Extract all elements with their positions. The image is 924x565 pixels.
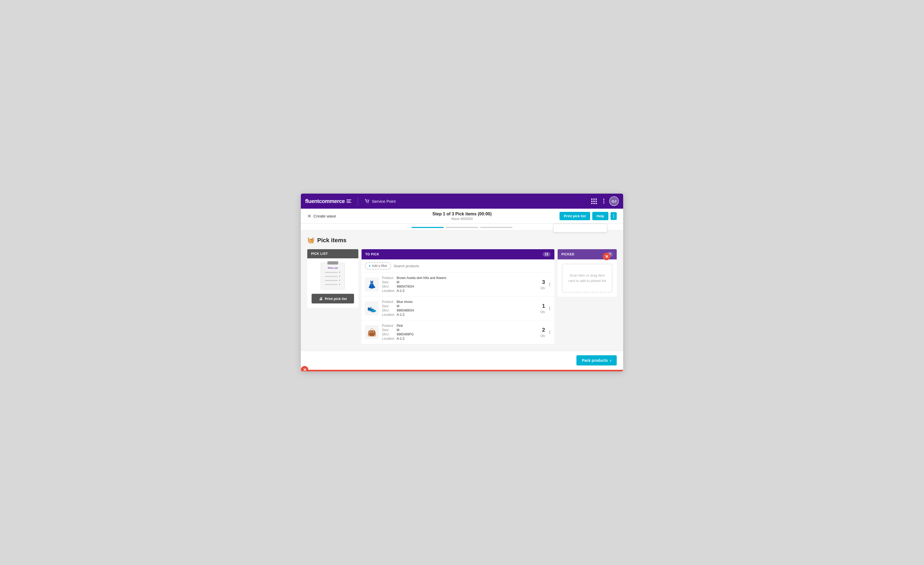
pick-list-panel: Pick List Pick List ✓ ✓ [307,249,358,308]
more-options-button[interactable] [602,197,606,205]
avatar[interactable]: GJ [609,196,619,206]
product-row: 👟 Product: Blue shoes Size: M SKU: 98654… [362,297,554,320]
product-menu-button-1[interactable] [548,306,551,311]
bottom-error-bar: ✕ [305,370,623,372]
product-menu-button-2[interactable] [548,330,551,335]
vertical-dots-icon [603,199,604,204]
size-label: Size: [382,328,397,332]
qty-number-0: 3 [540,279,545,285]
product-location-2: A-1-2 [397,336,415,341]
product-qty-2: 2 Qty [540,327,545,338]
three-dots-icon [549,307,550,310]
close-button[interactable]: ✕ Create wave [307,213,336,219]
step-title: Step 1 of 3 Pick items (00:00) [432,211,492,216]
size-label: Size: [382,304,397,308]
more-dots-icon [613,214,614,218]
picked-empty-text: Scan item or drag item card to add to pi… [568,273,606,283]
add-filter-button[interactable]: + Add a filter [365,262,391,270]
product-size-0: M [397,280,447,285]
location-label: Location: [382,313,397,317]
product-label: Product: [382,276,397,280]
brand-name: fluentcommerce [305,198,345,204]
header-bar: ✕ Create wave Step 1 of 3 Pick items (00… [301,209,623,224]
nav-actions: GJ [590,196,619,206]
qty-label-2: Qty [540,334,545,337]
plus-icon: + [369,264,370,268]
clipboard-line-4: ✓ [325,283,341,286]
page-content: 🧺 Pick items Pick List Pick List ✓ [301,231,623,351]
three-dots-icon [549,283,550,286]
product-location-0: A-1-2 [397,289,447,293]
product-size-1: M [397,304,415,308]
product-label: Product: [382,324,397,328]
printer-icon: 🖨 [319,297,322,301]
main-window: fluentcommerce Service Point [301,193,623,372]
print-list-button[interactable]: 🖨 Print pick list [312,294,354,303]
grid-menu-button[interactable] [590,197,598,206]
clipboard-label: Pick List [328,267,338,269]
grid-icon [591,198,597,204]
product-name-1: Blue shoes [397,300,415,304]
brand-lines-icon [346,199,351,203]
clipboard-image: Pick List ✓ ✓ [321,262,345,289]
more-button[interactable] [610,212,617,220]
columns-layout: Pick List Pick List ✓ ✓ [307,249,617,344]
sku-label: SKU: [382,332,397,336]
product-sku-0: 9865478GH [397,285,447,289]
header-center: Step 1 of 3 Pick items (00:00) Wave #000… [432,211,492,221]
progress-step-2 [446,227,478,228]
location-label: Location: [382,289,397,293]
product-label: Product: [382,300,397,304]
print-pick-list-button[interactable]: Print pick list [560,212,590,220]
progress-close-button[interactable]: ✕ [603,253,610,260]
clipboard-line-3: ✓ [325,279,341,282]
product-name-2: Pink [397,324,415,328]
to-pick-header-label: TO PICK [365,252,379,256]
cart-icon [364,198,370,204]
product-menu-button-0[interactable] [548,282,551,287]
pack-products-button[interactable]: Pack products › [576,355,617,366]
page-title: Pick items [317,237,346,244]
close-label: Create wave [314,214,336,218]
three-dots-icon [549,331,550,334]
product-name-0: Brown Aveda skirt frills and flowers [397,276,447,280]
bottom-close-button[interactable]: ✕ [301,366,308,372]
clipboard-top [327,261,338,265]
product-size-2: M [397,328,415,332]
to-pick-count-badge: 15 [543,252,550,257]
to-pick-header: TO PICK 15 [362,249,554,259]
qty-number-2: 2 [540,327,545,333]
service-point-label: Service Point [372,199,396,204]
progress-step-3 [480,227,513,228]
product-sku-2: 9865499FG [397,332,415,336]
print-list-label: Print pick list [325,297,347,301]
qty-label-1: Qty [540,310,545,313]
picked-header-label: PICKED [561,252,574,256]
dropdown-hint [554,224,607,232]
qty-number-1: 1 [540,303,545,309]
wave-number: Wave #000000 [432,217,492,221]
product-row: 👗 Product: Brown Aveda skirt frills and … [362,273,554,297]
product-details-0: Product: Brown Aveda skirt frills and fl… [382,276,537,293]
sku-label: SKU: [382,308,397,313]
picked-empty-state: Scan item or drag item card to add to pi… [562,264,612,292]
help-button[interactable]: Help [592,212,608,220]
clipboard-line-2: ✓ [325,275,341,278]
page-heading: 🧺 Pick items [307,237,617,244]
basket-icon: 🧺 [307,237,315,244]
product-qty-1: 1 Qty [540,303,545,314]
product-sku-1: 9865488GH [397,308,415,313]
search-input[interactable] [394,264,551,268]
nav-service-point: Service Point [364,198,396,204]
progress-step-1 [411,227,444,228]
chevron-right-icon: › [610,358,611,363]
pack-products-label: Pack products [582,358,608,363]
product-details-2: Product: Pink Size: M SKU: 9865499FG Loc… [382,324,537,341]
product-details-1: Product: Blue shoes Size: M SKU: 9865488… [382,300,537,317]
svg-point-1 [368,202,368,203]
clipboard-line-1: ✓ [325,271,341,274]
top-nav: fluentcommerce Service Point [301,193,623,209]
product-qty-0: 3 Qty [540,279,545,290]
location-label: Location: [382,336,397,341]
pick-list-body: Pick List ✓ ✓ [307,258,358,308]
